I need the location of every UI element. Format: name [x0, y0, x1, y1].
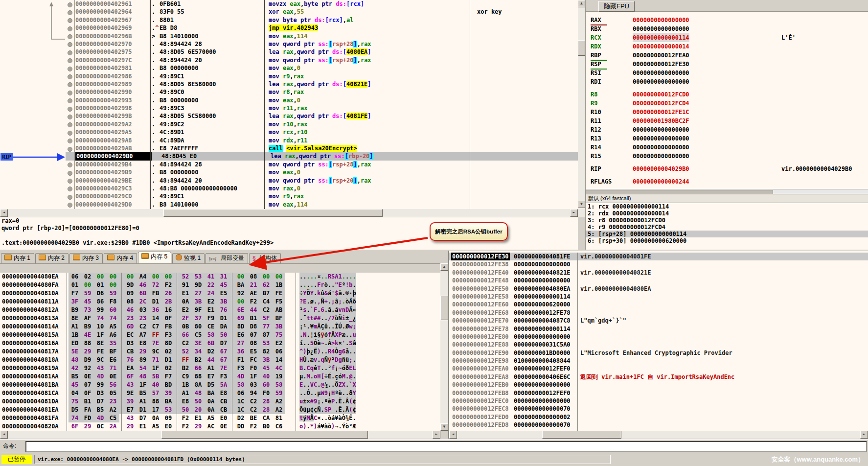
dump-row[interactable]: 000000000040810AF759D659096BFB26E12724E5…	[0, 289, 440, 298]
dump-row[interactable]: 000000000040817A5E29FEBFCB299C025234D267…	[0, 348, 440, 356]
breakpoint-dot[interactable]	[66, 112, 75, 120]
breakpoint-dot[interactable]	[66, 201, 75, 209]
calling-convention-header[interactable]: 默认 (x64 fastcall)	[586, 194, 868, 203]
disasm-row[interactable]: 0000000000402961.0FB601movzx eax,byte pt…	[0, 0, 578, 8]
breakpoint-dot[interactable]	[66, 96, 75, 104]
dump-row[interactable]: 000000000040815A1B4E1FA6ECA7FFF366C55850…	[0, 331, 440, 339]
stack-row[interactable]: 000000000012FEB8000000000012FEF0	[449, 389, 868, 397]
breakpoint-dot[interactable]	[66, 16, 75, 24]
stack-row[interactable]: 000000000012FE600000000000620000	[449, 301, 868, 308]
register-row[interactable]: RAX0000000000000000	[586, 16, 868, 24]
tab-内存-5[interactable]: 内存 5	[138, 252, 171, 263]
disasm-row[interactable]: 00000000004029B048:8D45 E0lea rax,qword …	[0, 152, 578, 160]
tab-结构体[interactable]: §结构体	[249, 253, 281, 263]
register-row[interactable]: R10000000000012FE1C	[586, 108, 868, 116]
register-row[interactable]: R130000000000000000	[586, 134, 868, 143]
stack-row[interactable]: 000000000012FEB00000000000000000	[449, 381, 868, 389]
dump-row[interactable]: 00000000004081EAD5FAB5A2E7D1175350200ACB…	[0, 406, 440, 414]
disasm-row[interactable]: 00000000004029B4.48:894424 28mov qword p…	[0, 161, 578, 168]
argument-row[interactable]: 3: r8 000000000012FCD0	[586, 217, 868, 224]
disasm-row[interactable]: 00000000004029D0.B8 14010000mov eax,114	[0, 201, 578, 209]
tab-局部变量[interactable]: [x=]局部变量	[206, 253, 248, 263]
stack-row[interactable]: 000000000012FE5000000000004080EAvir.0000…	[449, 285, 868, 293]
disasm-row[interactable]: 000000000040299B.48:8D05 5C580000lea rax…	[0, 112, 578, 120]
stack-row[interactable]: 000000000012FED80000000000000070	[449, 421, 868, 429]
breakpoint-dot[interactable]	[66, 104, 75, 112]
stack-row[interactable]: 000000000012FE800000000000000000	[449, 333, 868, 341]
dump-row[interactable]: 000000000040812AB973996046033616E29FE176…	[0, 306, 440, 314]
stack-row[interactable]: 000000000012FEA80000000000406E6C返回到 vir.…	[449, 373, 868, 381]
disasm-hscrollbar[interactable]: ◄ ►	[0, 209, 578, 217]
disasm-vscrollbar[interactable]: ▲ ▼	[578, 0, 585, 217]
register-row[interactable]: RSP000000000012FE30	[586, 60, 868, 69]
disasm-row[interactable]: 0000000000402993.B8 00000000mov eax,0	[0, 96, 578, 104]
dump-row[interactable]: 00000000004081BA45079956431F40BD1B8AD55A…	[0, 381, 440, 389]
disassembly-panel[interactable]: 0000000000402961.0FB601movzx eax,byte pt…	[0, 0, 578, 210]
breakpoint-dot[interactable]	[66, 48, 75, 56]
register-row[interactable]: R11000000001980BC2F	[586, 116, 868, 125]
breakpoint-dot[interactable]	[66, 144, 75, 152]
dump-row[interactable]: 00000000004081FA74FD4DC543D70A09F2E1A5E0…	[0, 414, 440, 422]
tab-监视-1[interactable]: 监视 1	[172, 253, 205, 263]
register-row[interactable]: RBP000000000012FEA0	[586, 51, 868, 60]
dump-row[interactable]: 00000000004080FA010001009D4672F2919D2245…	[0, 281, 440, 289]
dump-hscrollbar[interactable]: ◄ ►	[0, 431, 440, 439]
breakpoint-dot[interactable]	[66, 128, 75, 136]
disasm-row[interactable]: 000000000040297C.48:894424 20mov qword p…	[0, 56, 578, 64]
breakpoint-dot[interactable]	[66, 192, 75, 200]
dump-row[interactable]: 00000000004081AAB50E4D0E6F485BF7C988E7F3…	[0, 373, 440, 381]
stack-rows[interactable]: 000000000012FE3000000000004081FEvir.0000…	[449, 253, 868, 431]
disasm-row[interactable]: 0000000000402975.48:8D05 6E570000lea rax…	[0, 48, 578, 56]
disasm-row[interactable]: 000000000040296B>B8 14010000mov eax,114	[0, 32, 578, 40]
stack-row[interactable]: 000000000012FE900000000001BD0000L"Micros…	[449, 349, 868, 357]
stack-row[interactable]: 000000000012FE480000000000000000	[449, 277, 868, 284]
dump-row[interactable]: 000000000040813A8EAF74742323140F2F37F9D1…	[0, 314, 440, 323]
stack-row[interactable]: 000000000012FE380000000000000000	[449, 260, 868, 268]
breakpoint-dot[interactable]	[66, 8, 75, 16]
hide-fpu-button[interactable]: 隐藏FPU	[598, 1, 635, 12]
register-row[interactable]: RBX0000000000000000	[586, 24, 868, 33]
dump-row[interactable]: 000000000040814AA1B910A56DC2C7FB0B80CEDA…	[0, 323, 440, 331]
register-row[interactable]: RSI0000000000000000	[586, 69, 868, 77]
disasm-row[interactable]: 0000000000402986.49:89C1mov r9,rax	[0, 72, 578, 80]
tab-内存-4[interactable]: 内存 4	[104, 253, 137, 263]
disasm-row[interactable]: 00000000004029AB.E8 7AEFFFFFcall <vir.Sa…	[0, 144, 578, 152]
disasm-row[interactable]: 00000000004029A2.49:89C2mov r10,rax	[0, 120, 578, 128]
breakpoint-dot[interactable]	[66, 185, 75, 192]
disasm-row[interactable]: 00000000004029BE.48:894424 20mov qword p…	[0, 177, 578, 185]
disasm-row[interactable]: 00000000004029CD.49:89C1mov r9,rax	[0, 192, 578, 200]
dump-row[interactable]: 00000000004080EA0602000000A4000052534131…	[0, 273, 440, 281]
dump-row[interactable]: 00000000004081CA040FD3059EB55739A148BAE8…	[0, 389, 440, 397]
breakpoint-dot[interactable]	[66, 72, 75, 80]
argument-row[interactable]: 4: r9 000000000012FCD4	[586, 224, 868, 231]
breakpoint-dot[interactable]	[66, 120, 75, 128]
register-row[interactable]: R8000000000012FCD0	[586, 90, 868, 99]
breakpoint-dot[interactable]	[66, 177, 75, 185]
breakpoint-dot[interactable]	[66, 40, 75, 48]
dump-row[interactable]: 00000000004081DA75B1D72339A188BAE8500ACB…	[0, 397, 440, 406]
argument-row[interactable]: 2: rdx 0000000000000014	[586, 210, 868, 217]
breakpoint-dot[interactable]	[66, 137, 75, 144]
disasm-row[interactable]: 0000000000402964.83F0 55xor eax,55xor ke…	[0, 8, 578, 16]
disasm-row[interactable]: 0000000000402990.49:89C0mov r8,rax	[0, 88, 578, 96]
register-row[interactable]: RDI0000000000000000	[586, 77, 868, 86]
disasm-row[interactable]: 00000000004029A5.4C:89D1mov rcx,r10	[0, 128, 578, 136]
stack-row[interactable]: 000000000012FEC00000000000000000	[449, 397, 868, 405]
breakpoint-dot[interactable]	[66, 24, 75, 32]
registers-splitter[interactable]	[586, 189, 868, 194]
stack-hscrollbar[interactable]: ◄ ►	[449, 431, 868, 439]
disasm-row[interactable]: 0000000000402969.^EB D8jmp vir.402943	[0, 24, 578, 32]
dump-row[interactable]: 000000000040820A6F290C2A29E1A5E0F229AC0E…	[0, 422, 440, 431]
breakpoint-dot[interactable]	[66, 161, 75, 168]
dump-row[interactable]: 000000000040811A3F4586F8082CD12B0A3BE23B…	[0, 298, 440, 306]
disasm-row[interactable]: 0000000000402981.B8 00000000mov eax,0	[0, 64, 578, 72]
breakpoint-dot[interactable]	[66, 168, 75, 176]
register-row[interactable]: RDX0000000000000014	[586, 42, 868, 51]
register-row[interactable]: R140000000000000000	[586, 143, 868, 152]
breakpoint-dot[interactable]	[66, 0, 75, 8]
breakpoint-dot[interactable]	[66, 64, 75, 72]
breakpoint-dot[interactable]	[66, 56, 75, 64]
disasm-row[interactable]: 0000000000402989.48:8D05 8E580000lea rax…	[0, 80, 578, 88]
stack-row[interactable]: 000000000012FEA0000000000012FEF0	[449, 365, 868, 373]
register-row[interactable]: RIP00000000004029B0vir.00000000004029B0	[586, 164, 868, 173]
